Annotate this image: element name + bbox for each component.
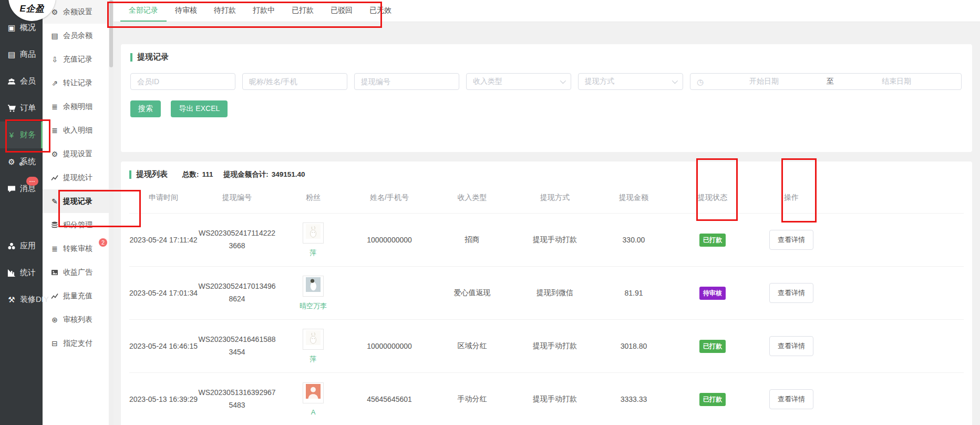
- income-type-select[interactable]: 收入类型: [466, 73, 571, 90]
- view-details-button[interactable]: 查看详情: [769, 283, 813, 303]
- withdraw-method-select[interactable]: 提现方式: [578, 73, 683, 90]
- system-icon: ⚙⚙: [6, 158, 17, 166]
- view-details-button[interactable]: 查看详情: [769, 336, 813, 356]
- wheel-icon: ⊛: [50, 316, 59, 323]
- tab-pending-payment[interactable]: 待打款: [205, 0, 244, 22]
- cell-withdraw-method: 提现手动打款: [533, 394, 577, 404]
- tab-paid[interactable]: 已打款: [283, 0, 322, 22]
- status-tabbar: 全部记录 待审核 待打款 打款中 已打款 已驳回 已无效: [114, 0, 980, 22]
- menu-item-member-balance[interactable]: ▤ 会员余额: [43, 24, 109, 47]
- cell-apply-time: 2023-05-24 16:46:15: [129, 342, 198, 350]
- sidebar-item-system[interactable]: ⚙⚙ 系统: [0, 148, 43, 175]
- menu-item-transfer-review[interactable]: ≣ 转账审核 2: [43, 237, 109, 260]
- cell-fan: 萍: [303, 329, 324, 364]
- file-icon: ≣: [50, 127, 59, 134]
- sidebar-scrollbar[interactable]: [109, 0, 114, 425]
- finance-icon: ¥: [6, 131, 17, 139]
- menu-item-balance-details[interactable]: ≣ 余额明细: [43, 95, 109, 118]
- nickname-input[interactable]: [242, 73, 347, 90]
- file-icon: ≣: [50, 103, 59, 110]
- sidebar-item-orders[interactable]: 订单: [0, 95, 43, 122]
- menu-item-revenue-ads[interactable]: 收益广告: [43, 260, 109, 284]
- col-header-withdraw-status: 提现状态: [698, 193, 727, 203]
- date-range-separator: 至: [822, 77, 838, 86]
- menu-item-review-list[interactable]: ⊛ 审核列表: [43, 308, 109, 331]
- orders-icon: [6, 104, 17, 113]
- list-section-title: 提现列表 总数:111 提现金额合计:349151.40: [129, 169, 964, 179]
- fan-name-link[interactable]: 萍: [310, 355, 317, 364]
- cell-apply-time: 2023-05-24 17:11:42: [130, 236, 198, 244]
- fan-name-link[interactable]: 萍: [310, 248, 317, 258]
- table-header-row: 申请时间 提现编号 粉丝 姓名/手机号 收入类型 提现方式 提现金额 提现状态 …: [129, 183, 964, 214]
- sidebar-scrollbar-thumb[interactable]: [109, 0, 113, 67]
- apps-icon: [6, 242, 17, 250]
- cell-income-type: 招商: [465, 235, 480, 245]
- status-badge: 已打款: [699, 340, 726, 353]
- date-range-picker[interactable]: ◷ 开始日期 至 结束日期: [690, 73, 962, 90]
- members-icon: [6, 77, 17, 86]
- menu-item-points-management[interactable]: 积分管理: [43, 213, 109, 237]
- secondary-sidebar: ⚙ 余额设置 ▤ 会员余额 ⇩ 充值记录 ⇗ 转让记录 ≣ 余额明细 ≣ 收入明…: [43, 0, 109, 425]
- sidebar-item-messages[interactable]: 消息 ...: [0, 175, 43, 202]
- chevron-down-icon: [560, 78, 566, 84]
- fan-name-link[interactable]: 晴空万李: [300, 301, 327, 311]
- line-chart-icon: [50, 292, 59, 300]
- sidebar-item-stats[interactable]: 统计: [0, 259, 43, 286]
- menu-item-withdraw-stats[interactable]: 提现统计: [43, 166, 109, 189]
- withdraw-list-panel: 提现列表 总数:111 提现金额合计:349151.40 申请时间 提现编号 粉…: [121, 161, 972, 425]
- cell-fan: 萍: [303, 222, 324, 258]
- section-accent-bar: [129, 170, 131, 179]
- app-logo-text: E企盈: [20, 3, 45, 21]
- cell-withdraw-method: 提现手动打款: [533, 341, 577, 351]
- member-id-input[interactable]: [130, 73, 235, 90]
- tab-paying[interactable]: 打款中: [244, 0, 283, 22]
- search-button[interactable]: 搜索: [130, 100, 161, 117]
- menu-item-recharge-records[interactable]: ⇩ 充值记录: [43, 47, 109, 71]
- chevron-down-icon: [672, 78, 678, 84]
- sum-label: 提现金额合计:: [223, 170, 269, 178]
- filter-panel: 提现记录 收入类型 提现方式 ◷ 开始日期 至 结束日期: [121, 44, 972, 152]
- tab-pending-review[interactable]: 待审核: [167, 0, 205, 22]
- view-details-button[interactable]: 查看详情: [769, 230, 813, 250]
- page-title: 提现记录: [137, 52, 169, 62]
- total-count: 111: [202, 170, 213, 178]
- penguin-avatar: [303, 276, 324, 297]
- menu-item-withdraw-records[interactable]: ✎ 提现记录: [43, 189, 109, 213]
- image-icon: [50, 269, 59, 276]
- total-label: 总数:: [182, 170, 199, 178]
- menu-item-batch-recharge[interactable]: 批量充值: [43, 284, 109, 308]
- square-minus-icon: ⊟: [50, 340, 59, 347]
- cell-withdraw-no: WS20230513163929675483: [198, 387, 276, 412]
- coins-icon: [50, 221, 59, 229]
- filter-section-title: 提现记录: [130, 52, 963, 62]
- start-date-placeholder: 开始日期: [706, 77, 822, 86]
- messages-icon: [6, 185, 17, 193]
- view-details-button[interactable]: 查看详情: [769, 389, 813, 409]
- sidebar-item-diy[interactable]: ⚒ 装修DIY: [0, 286, 43, 313]
- col-header-withdraw-amount: 提现金额: [619, 193, 648, 203]
- sidebar-item-members[interactable]: 会员: [0, 68, 43, 95]
- sidebar-item-goods[interactable]: ▤ 商品: [0, 41, 43, 68]
- primary-sidebar: E企盈 ▣ 概况 ▤ 商品 会员 订单: [0, 0, 43, 425]
- tab-all-records[interactable]: 全部记录: [120, 0, 167, 22]
- menu-item-withdraw-settings[interactable]: ⚙ 提现设置: [43, 142, 109, 166]
- clock-icon: ◷: [697, 78, 704, 86]
- cell-fan: 晴空万李: [300, 276, 327, 311]
- export-excel-button[interactable]: 导出 EXCEL: [171, 100, 228, 117]
- book-icon: ▤: [50, 32, 59, 39]
- person-avatar: [303, 382, 324, 403]
- cell-withdraw-amount: 3333.33: [621, 395, 647, 403]
- col-header-income-type: 收入类型: [458, 193, 487, 203]
- sidebar-item-finance[interactable]: ¥ 财务: [0, 122, 43, 148]
- menu-item-income-details[interactable]: ≣ 收入明细: [43, 118, 109, 142]
- cell-income-type: 手动分红: [458, 394, 487, 404]
- table-row: 2023-05-24 16:46:15 WS202305241646158834…: [129, 320, 964, 373]
- withdraw-no-input[interactable]: [354, 73, 459, 90]
- sidebar-item-apps[interactable]: 应用: [0, 232, 43, 259]
- line-chart-icon: [50, 174, 59, 181]
- tab-rejected[interactable]: 已驳回: [322, 0, 361, 22]
- menu-item-designated-payment[interactable]: ⊟ 指定支付: [43, 331, 109, 355]
- tab-invalid[interactable]: 已无效: [361, 0, 400, 22]
- fan-name-link[interactable]: A: [311, 408, 316, 416]
- menu-item-transfer-records[interactable]: ⇗ 转让记录: [43, 71, 109, 95]
